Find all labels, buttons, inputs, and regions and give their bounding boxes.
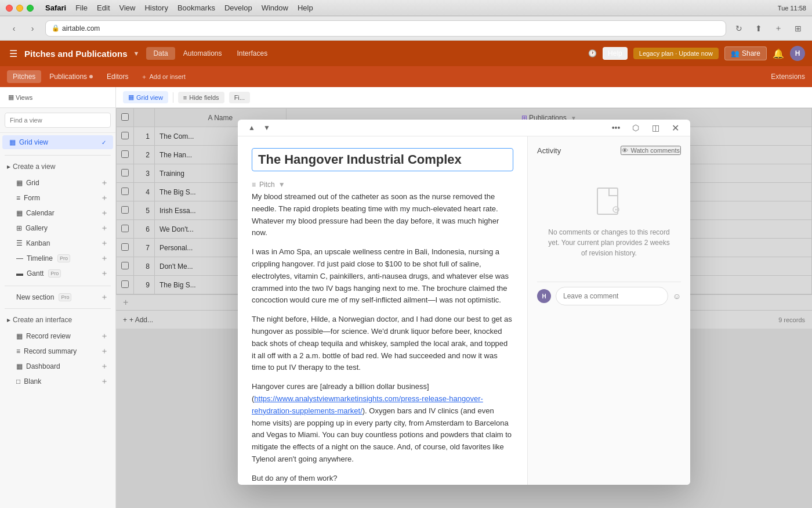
traffic-lights[interactable] [6,5,34,12]
add-record-review-button[interactable]: ＋ [100,331,108,341]
sidebar-item-record-summary[interactable]: ≡ Record summary ＋ [0,344,115,359]
sidebar-item-timeline[interactable]: — Timeline Pro ＋ [0,251,115,266]
table-tab-editors[interactable]: Editors [101,70,134,83]
record-modal: ▲ ▼ ••• ⬡ ◫ ✕ [238,120,690,485]
modal-expand-button[interactable]: ⬡ [628,120,644,136]
menu-bookmarks[interactable]: Bookmarks [177,3,215,12]
user-avatar[interactable]: H [790,46,805,61]
add-kanban-button[interactable]: ＋ [100,238,108,248]
filter-button[interactable]: Fi... [229,92,250,103]
sidebar-toggle-button[interactable]: ⊞ [790,20,806,37]
views-toggle[interactable]: ▦ Views [5,92,36,103]
table-tab-pitches[interactable]: Pitches [7,70,41,83]
menu-help[interactable]: Help [298,3,313,12]
menu-window[interactable]: Window [262,3,288,12]
sidebar-item-form[interactable]: ≡ Form ＋ [0,190,115,206]
menu-safari[interactable]: Safari [45,3,66,12]
views-section: ▦ Grid view ✓ [0,133,115,152]
new-tab-button[interactable]: ＋ [770,20,786,37]
grid-label: Grid [26,179,39,187]
sidebar-item-blank[interactable]: □ Blank ＋ [0,374,115,389]
menu-develop[interactable]: Develop [224,3,252,12]
modal-prev-button[interactable]: ▲ [245,121,259,135]
modal-next-button[interactable]: ▼ [260,121,274,135]
comment-send-button[interactable]: ☺ [673,291,681,301]
add-timeline-button[interactable]: ＋ [100,253,108,264]
app-title[interactable]: Pitches and Publications [24,49,128,59]
add-gallery-button[interactable]: ＋ [100,223,108,233]
content-area: ▦ Grid view ≡ Hide fields Fi... [116,87,812,508]
gantt-icon: ▬ [16,269,23,278]
menu-view[interactable]: View [119,3,136,12]
share-button[interactable]: ⬆ [751,20,767,37]
table-tab-publications[interactable]: Publications [44,70,99,83]
pitch-icon: ≡ [252,181,256,189]
record-title-input[interactable] [252,148,513,171]
add-gantt-button[interactable]: ＋ [100,268,108,279]
sidebar-toggle-icon[interactable]: ☰ [7,46,20,62]
add-calendar-button[interactable]: ＋ [100,208,108,218]
create-interface-arrow: ▸ [7,316,10,324]
sidebar-item-grid-view[interactable]: ▦ Grid view ✓ [2,135,113,149]
filter-label: Fi... [234,94,245,101]
menu-edit[interactable]: Edit [97,3,110,12]
sidebar-item-gantt[interactable]: ▬ Gantt Pro ＋ [0,266,115,281]
modal-activity-sidebar: Activity 👁 Watch comments [528,136,690,485]
add-grid-button[interactable]: ＋ [100,178,108,188]
add-table-button[interactable]: ＋ Add or insert [136,70,190,84]
add-blank-button[interactable]: ＋ [100,376,108,387]
legacy-plan-button[interactable]: Legacy plan · Update now [633,48,719,59]
watch-comments-button[interactable]: 👁 Watch comments [621,146,681,155]
help-button[interactable]: Help [603,47,628,60]
create-interface-section[interactable]: ▸ Create an interface [0,312,115,327]
nav-tab-automations[interactable]: Automations [176,47,229,60]
back-button[interactable]: ‹ [6,20,22,37]
comment-input[interactable] [556,287,668,305]
form-icon: ≡ [16,194,20,202]
grid-view-button[interactable]: ▦ Grid view [123,91,168,103]
create-view-arrow: ▸ [7,163,10,171]
minimize-button[interactable] [16,5,23,12]
add-section-button[interactable]: ＋ [100,292,108,302]
modal-more-button[interactable]: ••• [608,120,624,136]
forward-button[interactable]: › [24,20,41,37]
sidebar-item-calendar[interactable]: ▦ Calendar ＋ [0,206,115,221]
pitch-dropdown-icon[interactable]: ▼ [278,181,285,189]
menu-history[interactable]: History [144,3,168,12]
modal-copy-button[interactable]: ◫ [647,120,664,136]
reload-button[interactable]: ↻ [731,20,747,37]
title-dropdown-icon[interactable]: ▼ [133,50,140,57]
dashboard-icon: ▦ [16,362,23,370]
share-button[interactable]: 👥 Share [724,46,767,60]
eye-icon: 👁 [622,147,628,154]
maximize-button[interactable] [27,5,34,12]
extensions-button[interactable]: Extensions [771,73,805,81]
sidebar-search-area [0,108,115,133]
sidebar-item-record-review[interactable]: ▦ Record review ＋ [0,329,115,344]
add-form-button[interactable]: ＋ [100,193,108,203]
mac-menu: Safari File Edit View History Bookmarks … [45,3,313,12]
hide-fields-icon: ≡ [183,94,187,101]
browser-nav[interactable]: ‹ › [6,20,41,37]
nav-tab-interfaces[interactable]: Interfaces [230,47,275,60]
address-bar[interactable]: 🔒 airtable.com [45,20,726,37]
add-record-summary-button[interactable]: ＋ [100,346,108,356]
sidebar-item-gallery[interactable]: ⊞ Gallery ＋ [0,221,115,236]
sidebar-item-grid[interactable]: ▦ Grid ＋ [0,175,115,190]
add-dashboard-button[interactable]: ＋ [100,361,108,372]
menu-file[interactable]: File [75,3,88,12]
close-button[interactable] [6,5,13,12]
pitch-label: Pitch [259,181,275,189]
pitch-link[interactable]: https://www.analystviewmarketinsights.co… [252,394,483,415]
create-view-section[interactable]: ▸ Create a view [0,159,115,174]
nav-tab-data[interactable]: Data [146,47,175,60]
sidebar-item-new-section[interactable]: New section Pro ＋ [0,290,115,305]
hide-fields-button[interactable]: ≡ Hide fields [178,92,224,103]
sidebar-item-dashboard[interactable]: ▦ Dashboard ＋ [0,359,115,374]
modal-close-button[interactable]: ✕ [667,120,683,136]
search-view-input[interactable] [5,113,111,128]
grid-container: A Name ⊞ Publications ▼ 1The Com...Esqui… [116,108,812,508]
sidebar-item-kanban[interactable]: ☰ Kanban ＋ [0,236,115,251]
history-button[interactable]: 🕐 [588,49,597,57]
notification-button[interactable]: 🔔 [773,48,784,59]
